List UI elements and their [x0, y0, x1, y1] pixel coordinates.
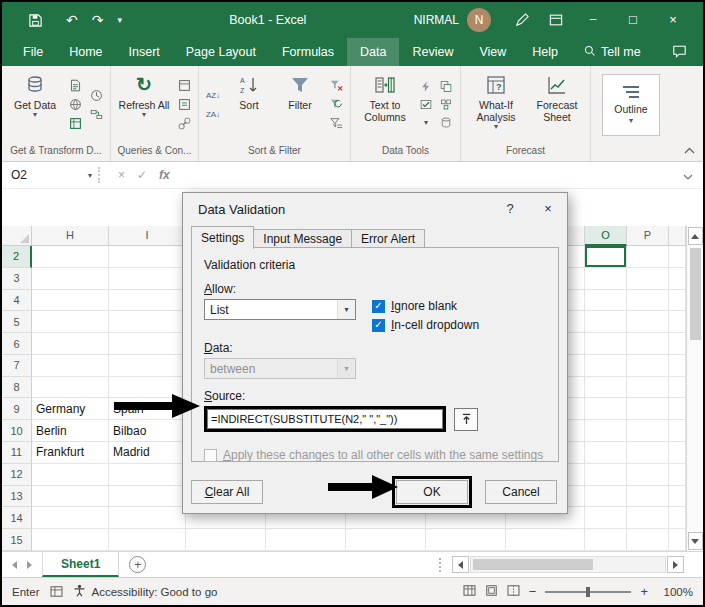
record-macro-icon[interactable]	[50, 586, 63, 597]
maximize-button[interactable]: □	[613, 2, 653, 38]
refresh-all-button[interactable]: ↻ Refresh All ▾	[116, 69, 172, 141]
cell-I5[interactable]	[109, 311, 186, 333]
vertical-scroll-thumb[interactable]	[690, 248, 701, 340]
cell-spacer14[interactable]	[669, 507, 686, 529]
scroll-down-icon[interactable]	[688, 532, 703, 550]
filter-button[interactable]: Filter	[276, 69, 324, 141]
cell-spacer7[interactable]	[669, 355, 686, 377]
cell-O10[interactable]	[585, 420, 627, 442]
cell-H15[interactable]	[32, 529, 109, 551]
cell-M15[interactable]	[426, 529, 506, 551]
cell-O2[interactable]	[585, 246, 627, 268]
allow-dropdown[interactable]: List ▾	[204, 299, 356, 320]
clear-all-button[interactable]: Clear All	[191, 480, 263, 504]
row-header-13[interactable]: 13	[2, 486, 32, 508]
sort-button[interactable]: AZ Sort	[225, 69, 273, 141]
row-header-5[interactable]: 5	[2, 311, 32, 333]
zoom-in-button[interactable]: +	[640, 584, 648, 599]
flash-fill-icon[interactable]	[417, 79, 435, 94]
cell-L15[interactable]	[346, 529, 426, 551]
row-header-15[interactable]: 15	[2, 529, 32, 551]
clear-filter-icon[interactable]	[327, 78, 345, 93]
scroll-right-icon[interactable]	[667, 556, 684, 573]
tab-view[interactable]: View	[466, 38, 519, 66]
cell-P5[interactable]	[627, 311, 669, 333]
undo-icon[interactable]: ↶	[66, 13, 78, 27]
dialog-close-icon[interactable]: ×	[529, 193, 567, 225]
cell-P6[interactable]	[627, 333, 669, 355]
cell-spacer15[interactable]	[669, 529, 686, 551]
cell-I3[interactable]	[109, 268, 186, 290]
sheet-nav-right-icon[interactable]	[27, 561, 32, 569]
cell-H2[interactable]	[32, 246, 109, 268]
cell-K15[interactable]	[266, 529, 346, 551]
advanced-filter-icon[interactable]	[327, 116, 345, 131]
cell-O12[interactable]	[585, 464, 627, 486]
cell-I11[interactable]: Madrid	[109, 442, 186, 464]
cell-O6[interactable]	[585, 333, 627, 355]
name-box[interactable]: O2 ▾	[2, 162, 98, 188]
cell-I15[interactable]	[109, 529, 186, 551]
cell-H10[interactable]: Berlin	[32, 420, 109, 442]
zoom-slider-thumb[interactable]	[586, 587, 590, 597]
queries-connections-icon[interactable]	[175, 78, 193, 93]
comments-icon[interactable]	[656, 38, 703, 66]
cell-P4[interactable]	[627, 290, 669, 312]
tab-data[interactable]: Data	[347, 38, 399, 66]
remove-duplicates-icon[interactable]	[437, 79, 455, 94]
sheet-tab-sheet1[interactable]: Sheet1	[42, 552, 119, 577]
cell-O4[interactable]	[585, 290, 627, 312]
row-header-8[interactable]: 8	[2, 377, 32, 399]
dialog-tab-error-alert[interactable]: Error Alert	[351, 229, 425, 248]
tab-splitter-handle[interactable]	[439, 558, 447, 572]
cell-O11[interactable]	[585, 442, 627, 464]
column-header-P[interactable]: P	[627, 226, 669, 246]
row-header-6[interactable]: 6	[2, 333, 32, 355]
row-header-14[interactable]: 14	[2, 507, 32, 529]
column-header-I[interactable]: I	[109, 226, 186, 246]
tab-help[interactable]: Help	[519, 38, 571, 66]
cell-P15[interactable]	[627, 529, 669, 551]
minimize-button[interactable]: −	[573, 2, 613, 38]
cell-P3[interactable]	[627, 268, 669, 290]
cell-P13[interactable]	[627, 486, 669, 508]
tab-insert[interactable]: Insert	[116, 38, 173, 66]
ok-button[interactable]: OK	[396, 480, 468, 504]
cell-J15[interactable]	[186, 529, 266, 551]
cell-O15[interactable]	[585, 529, 627, 551]
formula-bar-expand-icon[interactable]	[683, 166, 693, 184]
cell-P14[interactable]	[627, 507, 669, 529]
cell-H7[interactable]	[32, 355, 109, 377]
zoom-slider[interactable]	[545, 591, 631, 593]
from-table-range-icon[interactable]	[66, 116, 84, 131]
row-header-10[interactable]: 10	[2, 420, 32, 442]
in-cell-dropdown-checkbox[interactable]: ✓	[372, 319, 385, 332]
properties-icon[interactable]	[175, 97, 193, 112]
tab-review[interactable]: Review	[399, 38, 466, 66]
cell-H3[interactable]	[32, 268, 109, 290]
row-header-12[interactable]: 12	[2, 464, 32, 486]
avatar[interactable]: N	[467, 8, 491, 32]
cell-spacer2[interactable]	[669, 246, 686, 268]
cell-P10[interactable]	[627, 420, 669, 442]
cell-spacer11[interactable]	[669, 442, 686, 464]
cell-O8[interactable]	[585, 377, 627, 399]
cell-P7[interactable]	[627, 355, 669, 377]
what-if-analysis-button[interactable]: ? What-If Analysis ▾	[466, 69, 526, 141]
ignore-blank-checkbox[interactable]: ✓	[372, 300, 385, 313]
apply-changes-checkbox[interactable]: ✓	[204, 449, 217, 462]
cell-O7[interactable]	[585, 355, 627, 377]
cell-P9[interactable]	[627, 398, 669, 420]
outline-button[interactable]: Outline ▾	[602, 74, 660, 136]
chevron-down-icon[interactable]: ▾	[337, 300, 355, 319]
reapply-filter-icon[interactable]	[327, 97, 345, 112]
cell-H13[interactable]	[32, 486, 109, 508]
sort-ascending-icon[interactable]: AZ↓	[204, 88, 222, 103]
cell-I14[interactable]	[109, 507, 186, 529]
column-header-O[interactable]: O	[585, 226, 627, 246]
cell-P11[interactable]	[627, 442, 669, 464]
sheet-nav-left-icon[interactable]	[12, 561, 17, 569]
cell-O14[interactable]	[585, 507, 627, 529]
ribbon-display-icon[interactable]	[539, 13, 573, 27]
collapse-ribbon-icon[interactable]	[684, 140, 695, 158]
